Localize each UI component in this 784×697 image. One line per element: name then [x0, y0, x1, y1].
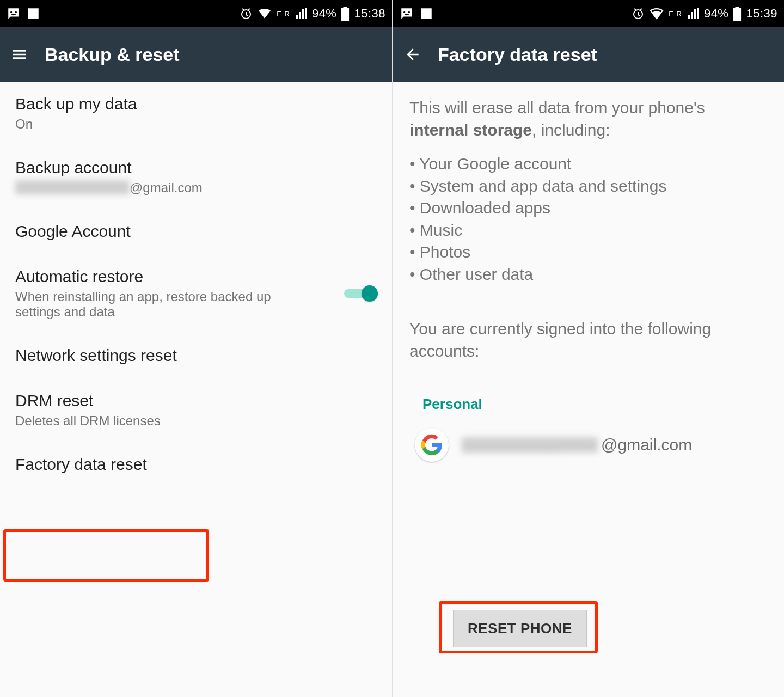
bullet-list: • Your Google account • System and app d… — [409, 153, 768, 285]
screen-factory-data-reset: E R 94% 15:39 Factory data reset — [392, 0, 784, 697]
item-automatic-restore[interactable]: Automatic restore When reinstalling an a… — [0, 254, 392, 333]
svg-rect-3 — [736, 7, 739, 8]
battery-icon — [733, 7, 742, 21]
item-title: Factory data reset — [15, 455, 147, 474]
google-logo-icon — [415, 428, 449, 462]
back-arrow-icon[interactable] — [404, 46, 421, 63]
signed-in-text: You are currently signed into the follow… — [409, 318, 768, 362]
reset-description: This will erase all data from your phone… — [393, 82, 784, 462]
item-title: Google Account — [15, 222, 131, 241]
image-icon — [26, 7, 40, 21]
clock-text: 15:38 — [354, 7, 385, 21]
item-network-settings-reset[interactable]: Network settings reset — [0, 333, 392, 378]
clock-text: 15:39 — [746, 7, 777, 21]
account-row[interactable]: xxxxxxxxxxxx@gmail.com — [409, 425, 768, 462]
battery-percent: 94% — [704, 7, 729, 21]
status-bar: E R 94% 15:39 — [393, 0, 784, 27]
item-title: Back up my data — [15, 95, 137, 113]
network-indicator: E R — [669, 10, 682, 17]
alarm-icon — [632, 7, 645, 20]
intro-prefix: This will erase all data from your phone… — [409, 99, 705, 117]
app-bar: Backup & reset — [0, 27, 392, 82]
item-google-account[interactable]: Google Account — [0, 209, 392, 254]
email-suffix: @gmail.com — [601, 434, 692, 456]
wifi-icon — [649, 8, 664, 20]
item-title: DRM reset — [15, 392, 161, 410]
bullet-item: • Your Google account — [409, 153, 768, 175]
hamburger-icon[interactable] — [11, 46, 28, 63]
network-indicator: E R — [277, 10, 290, 17]
item-title: Backup account — [15, 158, 203, 177]
intro-text: This will erase all data from your phone… — [409, 97, 768, 141]
svg-rect-4 — [733, 8, 741, 21]
signal-icon — [295, 8, 308, 20]
bullet-item: • Other user data — [409, 264, 768, 286]
status-bar: E R 94% 15:38 — [0, 0, 392, 27]
bullet-item: • System and app data and settings — [409, 175, 768, 198]
battery-percent: 94% — [312, 7, 337, 21]
reset-phone-button[interactable]: RESET PHONE — [453, 610, 587, 647]
item-subtitle: When reinstalling an app, restore backed… — [15, 289, 298, 320]
email-suffix: @gmail.com — [130, 180, 203, 195]
personal-label: Personal — [422, 395, 768, 414]
item-factory-data-reset[interactable]: Factory data reset — [0, 442, 392, 487]
battery-icon — [341, 7, 350, 21]
item-subtitle: On — [15, 117, 137, 132]
screen-backup-reset: E R 94% 15:38 Backup & reset — [0, 0, 392, 697]
wifi-icon — [257, 8, 272, 20]
account-email: xxxxxxxxxxxx@gmail.com — [462, 434, 692, 456]
page-title: Backup & reset — [45, 44, 180, 65]
sms-icon — [400, 7, 414, 21]
bullet-item: • Photos — [409, 241, 768, 264]
item-title: Network settings reset — [15, 346, 177, 365]
image-icon — [419, 7, 433, 21]
signal-icon — [687, 8, 700, 20]
intro-suffix: , including: — [532, 121, 610, 139]
settings-list: Back up my data On Backup account xxxxxx… — [0, 82, 392, 487]
item-drm-reset[interactable]: DRM reset Deletes all DRM licenses — [0, 378, 392, 442]
item-backup-my-data[interactable]: Back up my data On — [0, 82, 392, 145]
item-subtitle: Deletes all DRM licenses — [15, 413, 161, 429]
item-title: Automatic restore — [15, 267, 298, 286]
redacted-text: xxxxxxxxxx — [15, 180, 130, 194]
app-bar: Factory data reset — [393, 27, 784, 82]
sms-icon — [7, 7, 21, 21]
item-backup-account[interactable]: Backup account xxxxxxxxxx@gmail.com — [0, 145, 392, 209]
bullet-item: • Music — [409, 219, 768, 242]
page-title: Factory data reset — [438, 44, 597, 65]
svg-rect-1 — [342, 9, 349, 20]
item-subtitle: xxxxxxxxxx@gmail.com — [15, 180, 203, 195]
toggle-automatic-restore[interactable] — [344, 285, 377, 302]
intro-bold: internal storage — [409, 121, 532, 139]
alarm-icon — [240, 7, 253, 20]
bullet-item: • Downloaded apps — [409, 197, 768, 219]
redacted-text: xxxxxxxxxxxx — [462, 437, 598, 453]
highlight-factory-reset — [3, 529, 209, 582]
